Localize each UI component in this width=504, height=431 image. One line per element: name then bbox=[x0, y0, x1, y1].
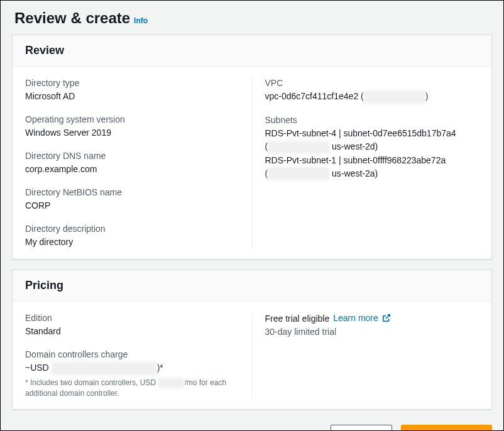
review-panel: Review Directory type Microsoft AD Opera… bbox=[12, 35, 492, 259]
review-panel-body: Directory type Microsoft AD Operating sy… bbox=[13, 67, 491, 259]
os-version-field: Operating system version Windows Server … bbox=[25, 114, 239, 139]
charge-prefix: ~USD bbox=[25, 363, 52, 373]
pricing-panel-title: Pricing bbox=[25, 279, 479, 292]
edition-field: Edition Standard bbox=[25, 313, 239, 338]
charge-note-a: * Includes two domain controllers, USD bbox=[25, 378, 158, 387]
subnet-1-line-a: RDS-Pvt-subnet-4 | subnet-0d7ee6515db17b… bbox=[265, 127, 479, 140]
pricing-panel-header: Pricing bbox=[13, 270, 491, 302]
subnet-1-redacted: xxxxxxxxxxxxxx bbox=[268, 141, 329, 154]
vpc-id: vpc-0d6c7cf411cf1e4e2 bbox=[265, 91, 359, 101]
directory-type-label: Directory type bbox=[25, 78, 239, 88]
review-left-column: Directory type Microsoft AD Operating sy… bbox=[25, 78, 253, 249]
directory-type-value: Microsoft AD bbox=[25, 90, 239, 103]
os-version-value: Windows Server 2019 bbox=[25, 126, 239, 139]
page-header: Review & create Info bbox=[12, 9, 492, 27]
charge-suffix: )* bbox=[157, 363, 163, 373]
dns-name-field: Directory DNS name corp.example.com bbox=[25, 151, 239, 176]
review-right-column: VPC vpc-0d6c7cf411cf1e4e2 (xxxxxxxxxxxxx… bbox=[253, 78, 479, 249]
free-trial-line: Free trial eligible Learn more bbox=[265, 313, 479, 324]
pricing-right-column: Free trial eligible Learn more 30-day li… bbox=[253, 313, 479, 399]
description-field: Directory description My directory bbox=[25, 224, 239, 249]
subnets-field: Subnets RDS-Pvt-subnet-4 | subnet-0d7ee6… bbox=[265, 115, 479, 181]
charge-value: ~USD xxxxxxxxxxxxxxxxxxxxxxxx)* bbox=[25, 361, 239, 375]
review-panel-header: Review bbox=[13, 35, 491, 67]
vpc-close-paren: ) bbox=[425, 91, 429, 101]
cancel-button[interactable]: Cancel bbox=[271, 425, 322, 431]
pricing-panel-body: Edition Standard Domain controllers char… bbox=[13, 302, 491, 409]
netbios-name-value: CORP bbox=[25, 199, 239, 212]
charge-note-redacted: xxxxxxx bbox=[158, 378, 184, 388]
free-trial-label: Free trial eligible bbox=[265, 314, 330, 324]
subnet-1-az: us-west-2d) bbox=[329, 141, 378, 151]
edition-label: Edition bbox=[25, 313, 239, 323]
directory-type-field: Directory type Microsoft AD bbox=[25, 78, 239, 103]
vpc-redacted: xxxxxxxxxxxxxx bbox=[364, 90, 425, 104]
subnet-2-line-b: (xxxxxxxxxxxxxx us-west-2a) bbox=[265, 167, 479, 181]
subnet-2-az: us-west-2a) bbox=[329, 168, 378, 178]
info-link[interactable]: Info bbox=[134, 16, 148, 25]
external-link-icon bbox=[382, 314, 391, 324]
charge-field: Domain controllers charge ~USD xxxxxxxxx… bbox=[25, 349, 239, 399]
charge-label: Domain controllers charge bbox=[25, 349, 239, 359]
vpc-value: vpc-0d6c7cf411cf1e4e2 (xxxxxxxxxxxxxx) bbox=[265, 90, 479, 104]
netbios-name-field: Directory NetBIOS name CORP bbox=[25, 187, 239, 212]
subnet-2-line-a: RDS-Pvt-subnet-1 | subnet-0ffff968223abe… bbox=[265, 154, 479, 167]
charge-redacted: xxxxxxxxxxxxxxxxxxxxxxxx bbox=[52, 362, 157, 375]
charge-note: * Includes two domain controllers, USD x… bbox=[25, 378, 239, 399]
free-trial-sub: 30-day limited trial bbox=[265, 327, 479, 337]
pricing-panel: Pricing Edition Standard Domain controll… bbox=[12, 270, 492, 410]
description-label: Directory description bbox=[25, 224, 239, 234]
previous-button[interactable]: Previous bbox=[331, 425, 392, 431]
dns-name-value: corp.example.com bbox=[25, 163, 239, 176]
dns-name-label: Directory DNS name bbox=[25, 151, 239, 161]
vpc-field: VPC vpc-0d6c7cf411cf1e4e2 (xxxxxxxxxxxxx… bbox=[265, 78, 479, 104]
os-version-label: Operating system version bbox=[25, 114, 239, 124]
subnet-1-line-b: (xxxxxxxxxxxxxx us-west-2d) bbox=[265, 140, 479, 154]
page-title: Review & create bbox=[14, 9, 130, 27]
create-directory-button[interactable]: Create directory bbox=[401, 425, 492, 431]
description-value: My directory bbox=[25, 236, 239, 249]
learn-more-link[interactable]: Learn more bbox=[333, 313, 390, 324]
learn-more-text: Learn more bbox=[333, 313, 378, 323]
subnets-value: RDS-Pvt-subnet-4 | subnet-0d7ee6515db17b… bbox=[265, 127, 479, 181]
review-panel-title: Review bbox=[25, 44, 479, 57]
footer-actions: Cancel Previous Create directory bbox=[12, 420, 492, 431]
pricing-left-column: Edition Standard Domain controllers char… bbox=[25, 313, 253, 399]
netbios-name-label: Directory NetBIOS name bbox=[25, 187, 239, 197]
subnets-label: Subnets bbox=[265, 115, 479, 125]
subnet-2-redacted: xxxxxxxxxxxxxx bbox=[268, 167, 329, 180]
vpc-open-paren: ( bbox=[358, 91, 364, 101]
vpc-label: VPC bbox=[265, 78, 479, 88]
edition-value: Standard bbox=[25, 325, 239, 338]
